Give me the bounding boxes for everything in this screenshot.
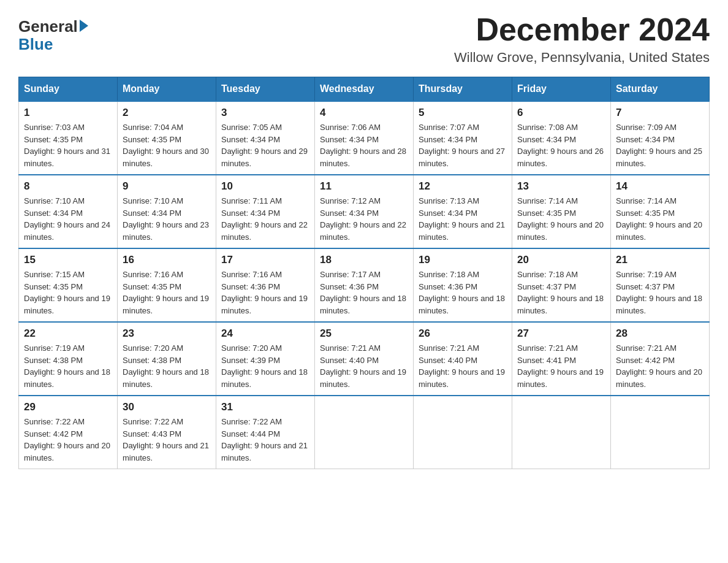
table-row: 14 Sunrise: 7:14 AMSunset: 4:35 PMDaylig… <box>611 175 710 248</box>
week-row-5: 29 Sunrise: 7:22 AMSunset: 4:42 PMDaylig… <box>19 396 710 469</box>
table-row: 26 Sunrise: 7:21 AMSunset: 4:40 PMDaylig… <box>414 322 512 396</box>
day-info: Sunrise: 7:22 AMSunset: 4:43 PMDaylight:… <box>123 416 211 464</box>
day-info: Sunrise: 7:03 AMSunset: 4:35 PMDaylight:… <box>24 121 112 169</box>
header-tuesday: Tuesday <box>216 77 315 102</box>
day-info: Sunrise: 7:21 AMSunset: 4:41 PMDaylight:… <box>517 342 605 390</box>
table-row: 31 Sunrise: 7:22 AMSunset: 4:44 PMDaylig… <box>216 396 315 469</box>
table-row: 8 Sunrise: 7:10 AMSunset: 4:34 PMDayligh… <box>19 175 118 248</box>
day-number: 17 <box>221 254 309 266</box>
calendar-body: 1 Sunrise: 7:03 AMSunset: 4:35 PMDayligh… <box>19 101 710 469</box>
day-number: 28 <box>616 327 704 340</box>
day-number: 24 <box>221 327 309 340</box>
table-row: 29 Sunrise: 7:22 AMSunset: 4:42 PMDaylig… <box>19 396 118 469</box>
day-info: Sunrise: 7:07 AMSunset: 4:34 PMDaylight:… <box>419 121 507 169</box>
logo-general-text: General <box>18 17 78 36</box>
day-number: 9 <box>123 180 211 193</box>
table-row: 12 Sunrise: 7:13 AMSunset: 4:34 PMDaylig… <box>414 175 512 248</box>
day-number: 8 <box>24 180 112 193</box>
day-info: Sunrise: 7:05 AMSunset: 4:34 PMDaylight:… <box>221 121 309 169</box>
day-info: Sunrise: 7:19 AMSunset: 4:37 PMDaylight:… <box>616 269 704 316</box>
day-number: 31 <box>221 401 309 413</box>
day-info: Sunrise: 7:08 AMSunset: 4:34 PMDaylight:… <box>517 121 605 169</box>
header-sunday: Sunday <box>19 77 118 102</box>
table-row <box>611 396 710 469</box>
day-info: Sunrise: 7:06 AMSunset: 4:34 PMDaylight:… <box>320 121 408 169</box>
day-number: 6 <box>517 107 605 119</box>
table-row <box>315 396 414 469</box>
header-friday: Friday <box>512 77 611 102</box>
table-row <box>414 396 512 469</box>
day-info: Sunrise: 7:20 AMSunset: 4:39 PMDaylight:… <box>221 342 309 390</box>
week-row-3: 15 Sunrise: 7:15 AMSunset: 4:35 PMDaylig… <box>19 248 710 322</box>
table-row: 18 Sunrise: 7:17 AMSunset: 4:36 PMDaylig… <box>315 248 414 322</box>
day-info: Sunrise: 7:17 AMSunset: 4:36 PMDaylight:… <box>320 269 408 316</box>
header-thursday: Thursday <box>414 77 512 102</box>
day-info: Sunrise: 7:10 AMSunset: 4:34 PMDaylight:… <box>123 195 211 243</box>
day-number: 25 <box>320 327 408 340</box>
table-row: 1 Sunrise: 7:03 AMSunset: 4:35 PMDayligh… <box>19 101 118 175</box>
table-row: 28 Sunrise: 7:21 AMSunset: 4:42 PMDaylig… <box>611 322 710 396</box>
header-saturday: Saturday <box>611 77 710 102</box>
week-row-2: 8 Sunrise: 7:10 AMSunset: 4:34 PMDayligh… <box>19 175 710 248</box>
day-info: Sunrise: 7:14 AMSunset: 4:35 PMDaylight:… <box>616 195 704 243</box>
table-row: 7 Sunrise: 7:09 AMSunset: 4:34 PMDayligh… <box>611 101 710 175</box>
day-number: 11 <box>320 180 408 193</box>
day-number: 23 <box>123 327 211 340</box>
day-info: Sunrise: 7:16 AMSunset: 4:35 PMDaylight:… <box>123 269 211 316</box>
day-info: Sunrise: 7:12 AMSunset: 4:34 PMDaylight:… <box>320 195 408 243</box>
logo-arrow-icon <box>80 20 88 32</box>
table-row: 9 Sunrise: 7:10 AMSunset: 4:34 PMDayligh… <box>118 175 216 248</box>
header-row: SundayMondayTuesdayWednesdayThursdayFrid… <box>19 77 710 102</box>
day-number: 13 <box>517 180 605 193</box>
table-row: 10 Sunrise: 7:11 AMSunset: 4:34 PMDaylig… <box>216 175 315 248</box>
day-number: 19 <box>419 254 507 266</box>
month-title: December 2024 <box>454 12 710 47</box>
day-number: 7 <box>616 107 704 119</box>
table-row: 6 Sunrise: 7:08 AMSunset: 4:34 PMDayligh… <box>512 101 611 175</box>
day-number: 14 <box>616 180 704 193</box>
table-row: 5 Sunrise: 7:07 AMSunset: 4:34 PMDayligh… <box>414 101 512 175</box>
table-row: 24 Sunrise: 7:20 AMSunset: 4:39 PMDaylig… <box>216 322 315 396</box>
table-row: 16 Sunrise: 7:16 AMSunset: 4:35 PMDaylig… <box>118 248 216 322</box>
day-info: Sunrise: 7:19 AMSunset: 4:38 PMDaylight:… <box>24 342 112 390</box>
table-row: 25 Sunrise: 7:21 AMSunset: 4:40 PMDaylig… <box>315 322 414 396</box>
day-info: Sunrise: 7:21 AMSunset: 4:40 PMDaylight:… <box>419 342 507 390</box>
table-row: 2 Sunrise: 7:04 AMSunset: 4:35 PMDayligh… <box>118 101 216 175</box>
day-number: 26 <box>419 327 507 340</box>
day-number: 21 <box>616 254 704 266</box>
table-row: 19 Sunrise: 7:18 AMSunset: 4:36 PMDaylig… <box>414 248 512 322</box>
day-info: Sunrise: 7:16 AMSunset: 4:36 PMDaylight:… <box>221 269 309 316</box>
day-number: 4 <box>320 107 408 119</box>
day-number: 2 <box>123 107 211 119</box>
day-number: 16 <box>123 254 211 266</box>
calendar-table: SundayMondayTuesdayWednesdayThursdayFrid… <box>18 77 710 469</box>
table-row <box>512 396 611 469</box>
logo: General Blue <box>18 17 88 54</box>
day-number: 10 <box>221 180 309 193</box>
table-row: 22 Sunrise: 7:19 AMSunset: 4:38 PMDaylig… <box>19 322 118 396</box>
day-info: Sunrise: 7:04 AMSunset: 4:35 PMDaylight:… <box>123 121 211 169</box>
day-number: 27 <box>517 327 605 340</box>
table-row: 30 Sunrise: 7:22 AMSunset: 4:43 PMDaylig… <box>118 396 216 469</box>
header: General Blue December 2024 Willow Grove,… <box>18 12 710 66</box>
header-monday: Monday <box>118 77 216 102</box>
day-info: Sunrise: 7:14 AMSunset: 4:35 PMDaylight:… <box>517 195 605 243</box>
day-number: 22 <box>24 327 112 340</box>
table-row: 4 Sunrise: 7:06 AMSunset: 4:34 PMDayligh… <box>315 101 414 175</box>
day-info: Sunrise: 7:13 AMSunset: 4:34 PMDaylight:… <box>419 195 507 243</box>
day-info: Sunrise: 7:21 AMSunset: 4:42 PMDaylight:… <box>616 342 704 390</box>
day-info: Sunrise: 7:22 AMSunset: 4:44 PMDaylight:… <box>221 416 309 464</box>
header-wednesday: Wednesday <box>315 77 414 102</box>
day-number: 30 <box>123 401 211 413</box>
day-info: Sunrise: 7:18 AMSunset: 4:36 PMDaylight:… <box>419 269 507 316</box>
table-row: 3 Sunrise: 7:05 AMSunset: 4:34 PMDayligh… <box>216 101 315 175</box>
day-number: 18 <box>320 254 408 266</box>
day-info: Sunrise: 7:22 AMSunset: 4:42 PMDaylight:… <box>24 416 112 464</box>
week-row-4: 22 Sunrise: 7:19 AMSunset: 4:38 PMDaylig… <box>19 322 710 396</box>
day-number: 29 <box>24 401 112 413</box>
day-info: Sunrise: 7:15 AMSunset: 4:35 PMDaylight:… <box>24 269 112 316</box>
table-row: 23 Sunrise: 7:20 AMSunset: 4:38 PMDaylig… <box>118 322 216 396</box>
day-info: Sunrise: 7:18 AMSunset: 4:37 PMDaylight:… <box>517 269 605 316</box>
table-row: 20 Sunrise: 7:18 AMSunset: 4:37 PMDaylig… <box>512 248 611 322</box>
day-number: 5 <box>419 107 507 119</box>
